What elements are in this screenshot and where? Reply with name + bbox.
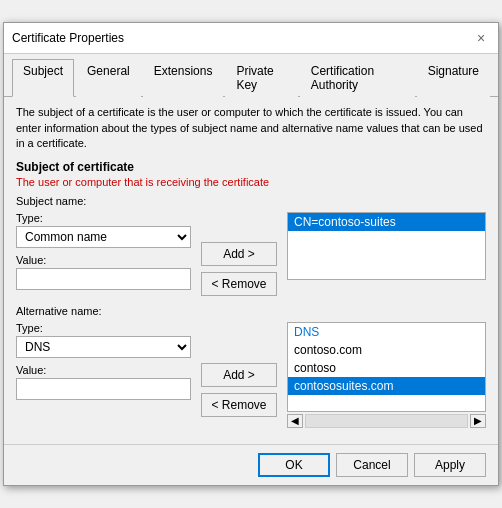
alt-type-group: Type: DNS IP Email UPN: [16, 322, 191, 358]
tab-general[interactable]: General: [76, 59, 141, 97]
tab-bar: Subject General Extensions Private Key C…: [4, 54, 498, 97]
alt-list-item-1[interactable]: contoso.com: [288, 341, 485, 359]
scroll-left-button[interactable]: ◀: [287, 414, 303, 428]
close-button[interactable]: ×: [472, 29, 490, 47]
scroll-right-button[interactable]: ▶: [470, 414, 486, 428]
title-bar: Certificate Properties ×: [4, 23, 498, 54]
alt-list-panel: DNS contoso.com contoso contososuites.co…: [287, 322, 486, 428]
value-group: Value:: [16, 254, 191, 290]
alt-remove-button[interactable]: < Remove: [201, 393, 277, 417]
tab-certification-authority[interactable]: Certification Authority: [300, 59, 415, 97]
tab-content: The subject of a certificate is the user…: [4, 97, 498, 443]
subject-name-label: Subject name:: [16, 195, 86, 207]
alt-name-row: Type: DNS IP Email UPN Value: Add > < Re…: [16, 322, 486, 428]
tab-private-key[interactable]: Private Key: [225, 59, 297, 97]
cancel-button[interactable]: Cancel: [336, 453, 408, 477]
alt-type-label: Type:: [16, 322, 191, 334]
section-subtitle: The user or computer that is receiving t…: [16, 176, 486, 188]
subject-buttons: Add > < Remove: [199, 212, 279, 296]
value-label: Value:: [16, 254, 191, 266]
subject-name-left: Type: Common name Organization Organizat…: [16, 212, 191, 296]
alt-name-left: Type: DNS IP Email UPN Value:: [16, 322, 191, 428]
apply-button[interactable]: Apply: [414, 453, 486, 477]
alt-value-input[interactable]: [16, 378, 191, 400]
dialog-footer: OK Cancel Apply: [4, 444, 498, 485]
scroll-track[interactable]: [305, 414, 468, 428]
ok-button[interactable]: OK: [258, 453, 330, 477]
subject-list-item[interactable]: CN=contoso-suites: [288, 213, 485, 231]
tab-extensions[interactable]: Extensions: [143, 59, 224, 97]
alt-buttons: Add > < Remove: [199, 322, 279, 428]
alt-name-label: Alternative name:: [16, 305, 102, 317]
subject-list[interactable]: CN=contoso-suites: [287, 212, 486, 280]
subject-type-select[interactable]: Common name Organization Organizational …: [16, 226, 191, 248]
alt-list-item-3[interactable]: contososuites.com: [288, 377, 485, 395]
type-group: Type: Common name Organization Organizat…: [16, 212, 191, 248]
dialog-title: Certificate Properties: [12, 31, 124, 45]
subject-name-row: Type: Common name Organization Organizat…: [16, 212, 486, 296]
certificate-properties-dialog: Certificate Properties × Subject General…: [3, 22, 499, 485]
alt-list-item-2[interactable]: contoso: [288, 359, 485, 377]
alt-list[interactable]: DNS contoso.com contoso contososuites.co…: [287, 322, 486, 412]
alt-value-group: Value:: [16, 364, 191, 400]
subject-list-panel: CN=contoso-suites: [287, 212, 486, 296]
horizontal-scroll-row: ◀ ▶: [287, 414, 486, 428]
type-label: Type:: [16, 212, 191, 224]
alt-add-button[interactable]: Add >: [201, 363, 277, 387]
alt-type-select[interactable]: DNS IP Email UPN: [16, 336, 191, 358]
tab-signature[interactable]: Signature: [417, 59, 490, 97]
subject-add-button[interactable]: Add >: [201, 242, 277, 266]
alt-value-label: Value:: [16, 364, 191, 376]
info-text: The subject of a certificate is the user…: [16, 105, 486, 151]
section-title: Subject of certificate: [16, 160, 486, 174]
alt-list-header: DNS: [288, 323, 485, 341]
tab-subject[interactable]: Subject: [12, 59, 74, 97]
subject-remove-button[interactable]: < Remove: [201, 272, 277, 296]
subject-value-input[interactable]: [16, 268, 191, 290]
